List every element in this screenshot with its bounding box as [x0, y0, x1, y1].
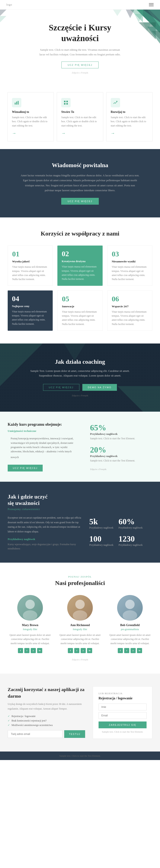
welcome-cta-button[interactable]: UCZ PIĘ WIĘCEJ	[61, 198, 99, 205]
cta-submit-button[interactable]: TESTUJ	[64, 730, 85, 738]
mindfulness-section: Jak i gdzie uczyć się uważności Poznajem…	[0, 482, 160, 563]
mindfulness-left: Excepteur sint occaecat cupidatat non pr…	[8, 516, 83, 551]
mindfulness-inner: Excepteur sint occaecat cupidatat non pr…	[8, 516, 152, 551]
cta-feature-2: ✓Brak konieczności rejestracji jest?	[8, 719, 85, 722]
social-in-1[interactable]: in	[37, 648, 42, 653]
team-role-3: pro.grammathista	[108, 628, 152, 631]
cta-section: Zacznij korzystać z naszej aplikacji za …	[0, 674, 160, 751]
social-fb-1[interactable]: f	[18, 648, 23, 653]
benefit-title-3: Niesamowite wyniki	[112, 260, 148, 263]
program-stat-2: 20% Przykładowy nagłówek Sample text. Cl…	[90, 445, 154, 463]
social-fb-3[interactable]: f	[118, 648, 123, 653]
team-name-3: Bob Greenfield	[108, 623, 152, 627]
mindfulness-stat4-label: Przykładowy nagłówek	[118, 544, 143, 547]
benefit-item-4: 04 Najlepsze ceny Vitae turpis massa sed…	[8, 290, 53, 331]
coaching-buttons: UCZ PIĘ WIĘCEJ DEMO NA ŻYWO	[8, 384, 152, 391]
cta-email-input[interactable]	[8, 730, 62, 738]
program-list-item-2: nowych	[8, 455, 78, 460]
social-tw-3[interactable]: t	[124, 648, 129, 653]
svg-point-26	[75, 600, 85, 609]
social-fb-2[interactable]: f	[68, 648, 73, 653]
benefit-num-5: 05	[62, 295, 98, 303]
feature-card-3: Rozwijaj to Sample text. Click to start …	[106, 92, 153, 142]
benefit-item-5: 05 Innowacje Vitae turpis massa sed elem…	[57, 290, 102, 331]
coaching-demo-button[interactable]: DEMO NA ŻYWO	[82, 384, 117, 391]
program-subtitle: Umiejętności techniczne	[8, 429, 78, 433]
mindfulness-stat2-label: Przykładowy nagłówek	[118, 526, 143, 529]
social-tw-2[interactable]: t	[74, 648, 79, 653]
svg-rect-20	[66, 103, 68, 104]
coaching-more-button[interactable]: UCZ PIĘ WIĘCEJ	[43, 384, 79, 391]
mindfulness-stat1-label: Przykładowy nagłówek	[89, 526, 113, 529]
social-yt-1[interactable]: y	[31, 648, 36, 653]
feature-title-1: Wizualizuj to	[12, 110, 49, 114]
benefit-title-5: Innowacje	[62, 305, 98, 308]
benefit-num-4: 04	[12, 295, 48, 303]
check-icon-3: ✓	[8, 724, 10, 726]
program-title: Każdy kurs programu obejmuje:	[8, 422, 78, 427]
program-source: Zdjęcie z Freepik	[90, 468, 154, 470]
benefit-text-6: Vitae turpis massa sed elementum tempus.…	[112, 310, 148, 326]
benefit-text-1: Vitae turpis massa sed elementum tempus.…	[12, 265, 48, 281]
mindfulness-stats-row2: 100 Przykładowy nagłówek 1230 Przykładow…	[89, 534, 152, 547]
program-section: Każdy kurs programu obejmuje: Umiejętnoś…	[0, 412, 160, 482]
program-cta-button[interactable]: UCZ PIĘ WIĘCEJ	[8, 465, 43, 471]
mindfulness-right: 5k Przykładowy nagłówek 60% Przykładowy …	[89, 516, 152, 551]
register-email-input[interactable]	[99, 712, 146, 719]
footer: Sample text. Click to start the Test Ele…	[0, 751, 160, 760]
hamburger-line	[149, 4, 154, 5]
team-text-1: Quisit amet laoreet ipsum dolor sit amet…	[8, 633, 52, 646]
benefit-item-1: 01 Wysoka jakość Vitae turpis massa sed …	[8, 246, 53, 286]
social-in-3[interactable]: in	[137, 648, 142, 653]
check-icon-1: ✓	[8, 715, 10, 718]
avatar-2	[67, 595, 93, 621]
team-role-2: fotografy filer	[58, 628, 102, 631]
feature-arrow-3[interactable]: →	[111, 131, 115, 135]
hero-section: Szczęście i Kursyuważności Sample text. …	[0, 9, 160, 85]
feature-arrow-1[interactable]: →	[12, 131, 16, 135]
benefits-section: Korzyści ze współpracy z nami 01 Wysoka …	[0, 217, 160, 343]
social-yt-3[interactable]: y	[131, 648, 136, 653]
mindfulness-stat3-label: Przykładowy nagłówek	[89, 544, 113, 547]
benefit-text-2: Vitae turpis massa sed elementum tempus.…	[62, 265, 98, 281]
cta-inner: Zacznij korzystać z naszej aplikacji za …	[8, 686, 152, 739]
cta-title: Zacznij korzystać z naszej aplikacji za …	[8, 686, 85, 700]
social-in-2[interactable]: in	[87, 648, 92, 653]
benefits-grid: 01 Wysoka jakość Vitae turpis massa sed …	[8, 246, 152, 331]
benefit-title-1: Wysoka jakość	[12, 260, 48, 263]
feature-body-1: Sample text. Click to start the edit box…	[12, 116, 49, 128]
team-text-2: Quisit amet laoreet ipsum dolor sit amet…	[58, 633, 102, 646]
mindfulness-stat-2: 60% Przykładowy nagłówek	[118, 517, 143, 529]
svg-point-24	[25, 600, 35, 609]
svg-marker-11	[113, 9, 122, 16]
hero-cta-button[interactable]: UCZ PIĘ WIĘCEJ	[61, 62, 99, 68]
social-yt-2[interactable]: y	[81, 648, 86, 653]
feature-body-3: Sample text. Click to start the edit box…	[111, 116, 148, 128]
mindfulness-stat-3: 100 Przykładowy nagłówek	[89, 534, 113, 547]
svg-point-29	[123, 610, 137, 621]
hamburger-button[interactable]	[149, 3, 154, 6]
program-list-item-1: Poznaj koncepcję neuroprzywództwa, innow…	[8, 436, 78, 455]
feature-title-3: Rozwijaj to	[111, 110, 148, 114]
grid-icon	[63, 100, 69, 105]
welcome-section: Wiadomość powitalna Amet luctus venenati…	[0, 149, 160, 218]
benefit-title-6: Wsparcie 24/7	[112, 305, 148, 308]
register-name-input[interactable]	[99, 704, 146, 710]
benefit-item-2: 02 Kreatywna drużyna Vitae turpis massa …	[57, 246, 102, 286]
hamburger-line	[149, 3, 154, 4]
team-name-1: Mary Brown	[8, 623, 52, 627]
team-member-2: Ann Richmond fotografy filer Quisit amet…	[58, 595, 102, 653]
register-submit-button[interactable]: ZAREJESTRUJ SIĘ	[99, 721, 146, 728]
social-tw-1[interactable]: t	[24, 648, 29, 653]
program-right: 65% Przykładowy nagłówek Sample text. Cl…	[84, 412, 160, 482]
benefit-num-6: 06	[112, 295, 148, 303]
benefits-title: Korzyści ze współpracy z nami	[8, 230, 152, 237]
avatar-1	[17, 595, 43, 621]
feature-card-2: Stwórz To Sample text. Click to start th…	[57, 92, 103, 142]
feature-arrow-2[interactable]: →	[61, 131, 65, 135]
footer-note: Sample text. Click to start the Test Ele…	[8, 754, 152, 757]
coaching-section: Jak działa coaching Sample Text. Lorem i…	[0, 343, 160, 412]
team-title: Nasi profesjonaliści	[8, 580, 152, 587]
benefit-title-2: Kreatywna drużyna	[62, 259, 98, 263]
coaching-source: Zdjęcie z Freepik	[8, 394, 152, 397]
